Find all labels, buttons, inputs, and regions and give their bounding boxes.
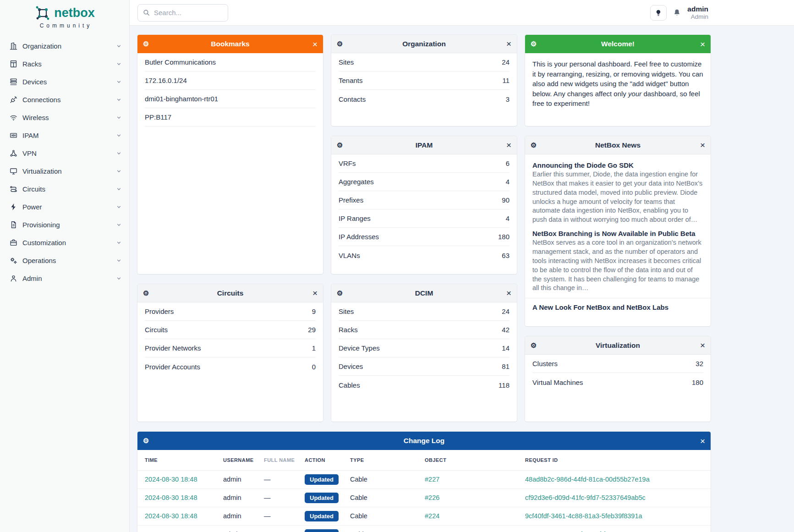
widget-close-icon[interactable]: × xyxy=(694,341,705,350)
sidebar-item-wireless[interactable]: Wireless xyxy=(0,109,129,126)
widget-config-gear-icon[interactable]: ⚙ xyxy=(337,289,348,297)
widget-close-icon[interactable]: × xyxy=(694,141,705,149)
changelog-object-link[interactable]: #227 xyxy=(425,476,439,483)
sidebar-item-circuits[interactable]: Circuits xyxy=(0,180,129,198)
plug-icon xyxy=(9,95,18,104)
stat-value-link[interactable]: 180 xyxy=(498,233,509,241)
widget-close-icon[interactable]: × xyxy=(500,289,511,297)
sidebar-item-virtualization[interactable]: Virtualization xyxy=(0,162,129,180)
sidebar-item-label: Admin xyxy=(22,274,42,282)
widget-config-gear-icon[interactable]: ⚙ xyxy=(531,40,542,48)
news-article-link[interactable]: Announcing the Diode Go SDK xyxy=(532,161,703,169)
user-menu[interactable]: admin Admin xyxy=(687,5,708,20)
chevron-down-icon xyxy=(116,275,122,281)
chevron-down-icon xyxy=(116,132,122,138)
widget-title: Bookmarks xyxy=(154,40,307,48)
sidebar-item-connections[interactable]: Connections xyxy=(0,91,129,109)
bookmark-link[interactable]: dmi01-binghamton-rtr01 xyxy=(145,95,218,103)
changelog-request-id-link[interactable]: 48ad8b2c-986d-44fd-81ca-00d55b27e19a xyxy=(525,476,650,483)
widget-config-gear-icon[interactable]: ⚙ xyxy=(143,437,154,445)
stat-value-link[interactable]: 81 xyxy=(502,362,509,370)
stat-label: Provider Accounts xyxy=(145,363,200,371)
changelog-request-id-link[interactable]: 9cf40fdf-3461-4c88-81a3-5feb39f8391a xyxy=(525,512,642,520)
widget-close-icon[interactable]: × xyxy=(694,437,705,445)
widget-config-gear-icon[interactable]: ⚙ xyxy=(143,289,154,297)
widget-config-gear-icon[interactable]: ⚙ xyxy=(531,141,542,149)
widget-config-gear-icon[interactable]: ⚙ xyxy=(531,341,542,350)
stat-value-link[interactable]: 11 xyxy=(502,77,509,84)
widget-close-icon[interactable]: × xyxy=(307,289,318,297)
widget-config-gear-icon[interactable]: ⚙ xyxy=(337,141,348,149)
notifications-button[interactable] xyxy=(673,8,681,17)
stat-value-link[interactable]: 90 xyxy=(502,196,509,204)
sidebar-item-operations[interactable]: Operations xyxy=(0,252,129,269)
changelog-time-link[interactable]: 2024-08-30 18:48 xyxy=(145,494,197,501)
news-article-link[interactable]: NetBox Branching is Now Available in Pub… xyxy=(532,230,703,237)
changelog-time-link[interactable]: 2024-08-30 18:48 xyxy=(145,476,197,483)
column-header-request-id: REQUEST ID xyxy=(525,450,711,470)
changelog-object-link[interactable]: #226 xyxy=(425,494,439,501)
sidebar-item-provisioning[interactable]: Provisioning xyxy=(0,216,129,234)
stat-value-link[interactable]: 1 xyxy=(312,344,316,352)
stat-value-link[interactable]: 118 xyxy=(498,381,509,389)
changelog-time-link[interactable]: 2024-08-30 18:48 xyxy=(145,512,197,520)
stat-value-link[interactable]: 180 xyxy=(692,378,703,386)
stat-value-link[interactable]: 32 xyxy=(695,360,703,367)
stat-value-link[interactable]: 29 xyxy=(308,326,316,334)
search-input[interactable] xyxy=(154,9,218,16)
stat-value-link[interactable]: 9 xyxy=(312,307,316,315)
changelog-table: TIME USERNAME FULL NAME ACTION TYPE OBJE… xyxy=(137,450,711,532)
stat-value-link[interactable]: 4 xyxy=(506,178,509,186)
stat-label: Sites xyxy=(339,58,354,66)
stat-row: Prefixes90 xyxy=(339,191,509,209)
stat-value-link[interactable]: 14 xyxy=(502,344,509,352)
stat-value-link[interactable]: 63 xyxy=(502,252,509,259)
sidebar-item-customization[interactable]: Customization xyxy=(0,234,129,252)
sidebar-item-label: Circuits xyxy=(22,185,45,193)
netbox-news-widget: ⚙ NetBox News × Announcing the Diode Go … xyxy=(525,136,711,326)
table-row: 2024-08-30 18:47 admin — Updated Cable #… xyxy=(137,525,711,532)
changelog-fullname: — xyxy=(264,507,305,525)
stat-label: Tenants xyxy=(339,77,363,84)
stat-label: Cables xyxy=(339,381,360,389)
stat-value-link[interactable]: 24 xyxy=(502,58,509,66)
stat-value-link[interactable]: 4 xyxy=(506,214,509,222)
stat-value-link[interactable]: 24 xyxy=(502,307,509,315)
netbox-logo[interactable]: netbox Community xyxy=(0,0,129,29)
ipam-widget: ⚙ IPAM × VRFs6 Aggregates4 Prefixes90 IP… xyxy=(331,136,517,274)
stat-value-link[interactable]: 6 xyxy=(506,159,509,167)
sidebar-item-ipam[interactable]: IPAM xyxy=(0,126,129,144)
ip-box-icon xyxy=(9,131,18,140)
bookmark-link[interactable]: Butler Communications xyxy=(145,58,216,66)
widget-close-icon[interactable]: × xyxy=(694,40,705,49)
widget-config-gear-icon[interactable]: ⚙ xyxy=(143,40,154,48)
sidebar-item-vpn[interactable]: VPN xyxy=(0,144,129,162)
sidebar-item-admin[interactable]: Admin xyxy=(0,269,129,287)
theme-toggle-button[interactable] xyxy=(650,5,667,21)
bookmark-link[interactable]: 172.16.0.1/24 xyxy=(145,77,187,84)
widget-title: NetBox News xyxy=(542,141,694,149)
sidebar-item-label: Devices xyxy=(22,78,47,86)
user-name: admin xyxy=(687,5,708,13)
stat-value-link[interactable]: 3 xyxy=(506,95,509,103)
stat-value-link[interactable]: 0 xyxy=(312,363,316,371)
sidebar-item-power[interactable]: Power xyxy=(0,198,129,216)
sidebar-item-organization[interactable]: Organization xyxy=(0,37,129,55)
widget-close-icon[interactable]: × xyxy=(307,40,318,49)
widget-close-icon[interactable]: × xyxy=(500,141,511,149)
widget-config-gear-icon[interactable]: ⚙ xyxy=(337,40,348,48)
sidebar-item-label: Provisioning xyxy=(22,221,60,229)
changelog-username: admin xyxy=(223,525,264,532)
sidebar-item-racks[interactable]: Racks xyxy=(0,55,129,73)
changelog-object-link[interactable]: #224 xyxy=(425,512,439,520)
stat-label: VRFs xyxy=(339,159,356,167)
widget-close-icon[interactable]: × xyxy=(500,39,511,48)
bookmark-link[interactable]: PP:B117 xyxy=(145,113,171,121)
sidebar-item-devices[interactable]: Devices xyxy=(0,73,129,91)
changelog-request-id-link[interactable]: cf92d3e6-d09d-41fc-9fd7-52337649ab5c xyxy=(525,494,646,501)
news-article-link[interactable]: A New Look For NetBox and NetBox Labs xyxy=(532,303,703,311)
table-row: 2024-08-30 18:48 admin — Updated Cable #… xyxy=(137,470,711,488)
news-article-preview: Earlier this summer, Diode, the data ing… xyxy=(532,170,703,225)
widget-title: DCIM xyxy=(348,289,500,297)
stat-value-link[interactable]: 42 xyxy=(502,326,509,334)
